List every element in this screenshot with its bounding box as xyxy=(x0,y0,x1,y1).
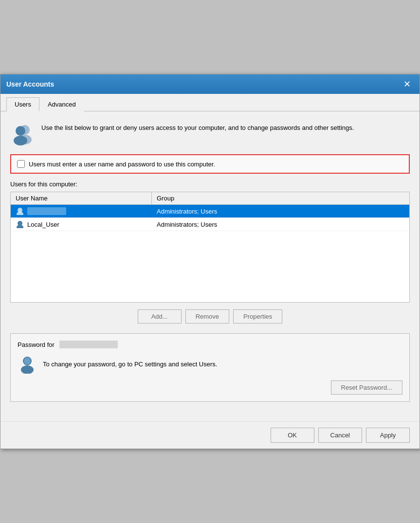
must-enter-password-checkbox[interactable] xyxy=(17,160,25,168)
users-table: User Name Group Administrators; Users xyxy=(10,192,410,303)
col-header-username: User Name xyxy=(11,192,152,204)
password-section: Password for To change your password, go… xyxy=(10,333,410,402)
svg-point-3 xyxy=(14,136,27,145)
checkbox-label[interactable]: Users must enter a user name and passwor… xyxy=(29,161,215,168)
user-accounts-window: User Accounts ✕ Users Advanced xyxy=(0,74,420,449)
properties-button[interactable]: Properties xyxy=(233,309,282,324)
reset-btn-row: Reset Password... xyxy=(18,380,402,395)
password-username-placeholder xyxy=(59,341,118,348)
table-header: User Name Group xyxy=(11,192,409,205)
info-text: Use the list below to grant or deny user… xyxy=(41,121,354,133)
add-button[interactable]: Add... xyxy=(138,309,182,324)
bottom-buttons: OK Cancel Apply xyxy=(0,421,420,449)
users-for-computer-label: Users for this computer: xyxy=(10,180,410,188)
selected-username-blur xyxy=(27,207,66,215)
table-empty-space xyxy=(11,231,409,294)
password-title: Password for xyxy=(18,341,402,348)
svg-point-9 xyxy=(21,365,34,374)
group-cell: Administrators; Users xyxy=(152,218,409,231)
svg-point-2 xyxy=(16,126,25,136)
password-user-icon xyxy=(18,354,37,374)
checkbox-section: Users must enter a user name and passwor… xyxy=(10,154,410,174)
table-body: Administrators; Users Local_User Adminis… xyxy=(11,205,409,302)
table-row[interactable]: Local_User Administrators; Users xyxy=(11,218,409,231)
window-title: User Accounts xyxy=(6,80,54,88)
remove-button[interactable]: Remove xyxy=(185,309,229,324)
info-section: Use the list below to grant or deny user… xyxy=(10,121,410,146)
apply-button[interactable]: Apply xyxy=(366,428,410,443)
close-button[interactable]: ✕ xyxy=(400,77,414,91)
svg-point-10 xyxy=(24,358,31,364)
col-header-group: Group xyxy=(152,192,409,204)
password-for-label: Password for xyxy=(18,341,55,348)
user-row-icon xyxy=(16,207,24,215)
ok-button[interactable]: OK xyxy=(271,428,314,443)
title-bar: User Accounts ✕ xyxy=(0,74,420,94)
table-row[interactable]: Administrators; Users xyxy=(11,205,409,218)
tab-users[interactable]: Users xyxy=(6,97,39,111)
tabs-container: Users Advanced xyxy=(0,94,420,111)
reset-password-button[interactable]: Reset Password... xyxy=(331,380,403,395)
user-row-icon xyxy=(16,220,24,228)
svg-point-7 xyxy=(17,225,23,228)
username-cell: Local_User xyxy=(11,218,152,231)
cancel-button[interactable]: Cancel xyxy=(318,428,362,443)
password-body: To change your password, go to PC settin… xyxy=(18,354,402,374)
password-description: To change your password, go to PC settin… xyxy=(43,361,217,368)
tab-advanced[interactable]: Advanced xyxy=(39,97,84,111)
users-icon xyxy=(10,121,36,146)
group-cell: Administrators; Users xyxy=(152,205,409,218)
svg-point-5 xyxy=(17,212,23,215)
action-buttons-row: Add... Remove Properties xyxy=(10,309,410,324)
content-area: Use the list below to grant or deny user… xyxy=(0,111,420,421)
username-cell xyxy=(11,205,152,218)
